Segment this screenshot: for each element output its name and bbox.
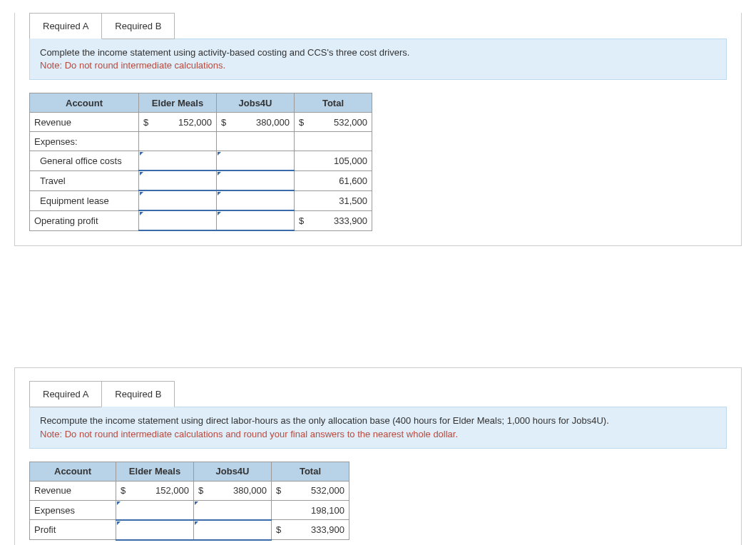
input-cell[interactable]	[116, 500, 194, 520]
row-opprofit-label: Operating profit	[30, 210, 139, 230]
cell	[156, 132, 217, 151]
col-jobs: Jobs4U	[217, 93, 295, 113]
row-revenue-label: Revenue	[30, 481, 116, 500]
table-row: Travel 61,600	[30, 170, 372, 190]
input-cell[interactable]	[139, 210, 217, 230]
row-profit-label: Profit	[30, 520, 116, 540]
income-table-b: Account Elder Meals Jobs4U Total Revenue…	[29, 462, 349, 541]
input-cell[interactable]	[194, 500, 272, 520]
cell: $	[272, 520, 290, 540]
input-cell[interactable]	[217, 170, 295, 190]
input-cell[interactable]	[194, 520, 272, 540]
cell: 380,000	[211, 481, 272, 500]
table-row: Expenses:	[30, 132, 372, 151]
table-row: Profit $ 333,900	[30, 520, 349, 540]
tab-required-b[interactable]: Required B	[101, 381, 175, 407]
tabs: Required A Required B	[29, 13, 727, 39]
table-row: General office costs 105,000	[30, 151, 372, 171]
row-expenses-label: Expenses	[30, 500, 116, 520]
cell: 532,000	[312, 113, 372, 132]
table-row: Revenue $ 152,000 $ 380,000 $ 532,000	[30, 113, 372, 132]
col-elder: Elder Meals	[116, 462, 194, 481]
cell	[295, 190, 312, 210]
input-cell[interactable]	[139, 190, 217, 210]
cell: $	[139, 113, 157, 132]
cell: 198,100	[289, 500, 349, 520]
input-cell[interactable]	[139, 151, 217, 171]
input-cell[interactable]	[217, 190, 295, 210]
row-equip-label: Equipment lease	[30, 190, 139, 210]
table-row: Revenue $ 152,000 $ 380,000 $ 532,000	[30, 481, 349, 500]
cell	[295, 132, 312, 151]
panel-required-b: Required A Required B Recompute the inco…	[14, 367, 742, 545]
input-cell[interactable]	[116, 520, 194, 540]
cell: 105,000	[312, 151, 372, 171]
col-total: Total	[295, 93, 372, 113]
panel-required-a: Required A Required B Complete the incom…	[14, 13, 742, 246]
cell: $	[295, 210, 312, 230]
instructions: Recompute the income statement using dir…	[29, 407, 727, 448]
instruction-text: Recompute the income statement using dir…	[40, 415, 609, 426]
row-general-label: General office costs	[30, 151, 139, 171]
cell	[295, 151, 312, 171]
row-travel-label: Travel	[30, 170, 139, 190]
cell: $	[217, 113, 235, 132]
cell: $	[116, 481, 134, 500]
income-table-a: Account Elder Meals Jobs4U Total Revenue…	[29, 93, 372, 231]
col-account: Account	[30, 93, 139, 113]
cell	[295, 170, 312, 190]
col-total: Total	[272, 462, 349, 481]
cell: 333,900	[289, 520, 349, 540]
cell	[139, 132, 157, 151]
cell: $	[194, 481, 212, 500]
cell	[312, 132, 372, 151]
instructions: Complete the income statement using acti…	[29, 39, 727, 80]
input-cell[interactable]	[217, 151, 295, 171]
tab-required-a[interactable]: Required A	[29, 381, 102, 407]
table-row: Expenses 198,100	[30, 500, 349, 520]
cell	[272, 500, 290, 520]
instruction-note: Note: Do not round intermediate calculat…	[40, 429, 458, 439]
col-elder: Elder Meals	[139, 93, 217, 113]
tab-required-a[interactable]: Required A	[29, 13, 102, 39]
cell: 532,000	[289, 481, 349, 500]
input-cell[interactable]	[217, 210, 295, 230]
tabs: Required A Required B	[29, 381, 727, 407]
instruction-note: Note: Do not round intermediate calculat…	[40, 60, 225, 71]
table-row: Operating profit $ 333,900	[30, 210, 372, 230]
row-revenue-label: Revenue	[30, 113, 139, 132]
tab-required-b[interactable]: Required B	[101, 13, 175, 39]
cell: $	[272, 481, 290, 500]
cell: 61,600	[312, 170, 372, 190]
cell: 152,000	[133, 481, 194, 500]
input-cell[interactable]	[139, 170, 217, 190]
cell	[217, 132, 235, 151]
cell: $	[295, 113, 312, 132]
table-row: Equipment lease 31,500	[30, 190, 372, 210]
cell: 380,000	[234, 113, 295, 132]
cell	[234, 132, 295, 151]
row-expenses-label: Expenses:	[30, 132, 139, 151]
col-jobs: Jobs4U	[194, 462, 272, 481]
instruction-text: Complete the income statement using acti…	[40, 47, 409, 58]
cell: 31,500	[312, 190, 372, 210]
cell: 152,000	[156, 113, 217, 132]
col-account: Account	[30, 462, 116, 481]
cell: 333,900	[312, 210, 372, 230]
